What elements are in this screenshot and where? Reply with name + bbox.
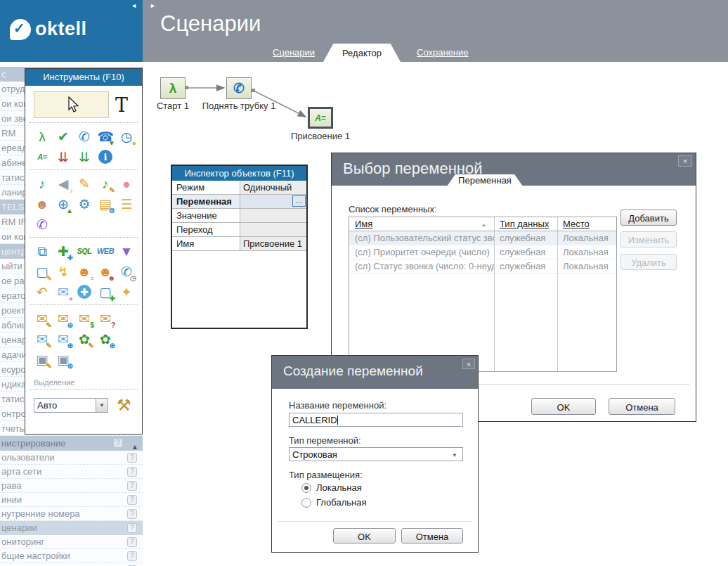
column-header-place[interactable]: Место (557, 217, 616, 231)
tab-scenarios[interactable]: Сценарии (273, 47, 315, 58)
copy-tool-icon[interactable]: ⧉ (34, 243, 51, 259)
ok-button[interactable]: OK (531, 398, 596, 415)
help-icon[interactable]: ? (127, 537, 137, 547)
tab-save[interactable]: Сохранение (417, 47, 469, 58)
node-start[interactable]: λ (160, 77, 186, 99)
globe-upload-tool-icon[interactable]: ⊕▲ (55, 195, 72, 212)
transfer-out-tool-icon[interactable]: ⇊ (76, 148, 93, 165)
undo-tool-icon[interactable]: ↶ (34, 283, 51, 300)
help-icon[interactable]: ? (127, 523, 137, 533)
tools-panel-title[interactable]: Инструменты (F10) (25, 69, 142, 86)
help-icon[interactable]: ? (127, 509, 137, 519)
selection-mode-dropdown[interactable]: Авто ▼ (34, 398, 108, 413)
sidebar-item[interactable]: инии? (0, 493, 143, 507)
help-icon[interactable]: ? (127, 467, 137, 477)
tab-editor[interactable]: Редактор (323, 44, 401, 62)
help-icon[interactable]: ? (127, 551, 137, 561)
alarm-clock-tool-icon[interactable]: ◷● (118, 128, 135, 145)
add-square-tool-icon[interactable]: ✚ (77, 285, 91, 299)
edit-button[interactable]: Изменить (620, 231, 677, 247)
radio-button-icon[interactable] (301, 483, 311, 493)
phone-timer-tool-icon[interactable]: ✆◷ (118, 263, 135, 280)
ellipsis-button[interactable]: … (292, 195, 306, 207)
sidebar-item[interactable]: ониторинг? (0, 535, 143, 549)
radio-global[interactable]: Глобальная (301, 497, 366, 508)
sidebar-item[interactable]: ценарии? (0, 521, 143, 535)
inspector-title[interactable]: Инспектор объектов (F11) (172, 166, 306, 181)
mail-dollar-tool-icon[interactable]: ✉$ (76, 310, 93, 327)
column-header-type[interactable]: Тип данных (494, 217, 557, 231)
close-icon[interactable]: × (462, 359, 475, 369)
radio-local[interactable]: Локальная (301, 482, 362, 493)
start-tool-icon[interactable]: λ (34, 128, 51, 145)
variable-type-select[interactable]: Строковая ▼ (289, 447, 463, 461)
pencil-tool-icon[interactable]: ✎ (76, 175, 93, 192)
sidebar-item[interactable]: рава? (0, 479, 143, 493)
node-assignment[interactable]: A= (308, 107, 333, 129)
cancel-button[interactable]: Отмена (401, 528, 463, 544)
mail-question-tool-icon[interactable]: ✉? (97, 310, 114, 327)
inspector-row[interactable]: ИмяПрисвоение 1 (172, 237, 306, 251)
sidebar-item[interactable]: араметры аппаратуры? (0, 563, 143, 566)
record-tool-icon[interactable]: ● (118, 175, 135, 192)
inspector-row[interactable]: Переход (172, 223, 306, 237)
table-row[interactable]: (сл) Пользовательский статус звонк...слу… (349, 231, 616, 245)
folder-gear-tool-icon[interactable]: ▤⚙ (97, 195, 114, 212)
inspector-row[interactable]: Переменная… (172, 195, 306, 209)
announce-tool-icon[interactable]: ◀♪ (55, 175, 72, 192)
ivr-phone-tool-icon[interactable]: ✆ (34, 216, 51, 233)
window-add-tool-icon[interactable]: ▢✚ (97, 283, 114, 300)
form-edit-tool-icon[interactable]: ▢✎ (34, 263, 51, 280)
tab-variable[interactable]: Переменная (447, 174, 523, 186)
mail-web-tool-icon[interactable]: ✉⊕ (55, 310, 72, 327)
help-icon[interactable]: ? (113, 438, 123, 448)
collapse-left-icon[interactable]: ◄ (131, 2, 137, 9)
assignment-tool-icon[interactable]: A= (34, 148, 51, 165)
fax-web-tool-icon[interactable]: ▣⊕ (55, 351, 72, 368)
sidebar-item[interactable]: арта сети? (0, 465, 143, 479)
cancel-button[interactable]: Отмена (609, 398, 675, 415)
column-header-name[interactable]: Имя (349, 217, 494, 231)
delete-button[interactable]: Удалить (620, 254, 677, 270)
help-icon[interactable]: ? (127, 495, 137, 505)
sms-edit-tool-icon[interactable]: ✉✎ (34, 330, 51, 347)
radio-button-icon[interactable] (301, 498, 311, 508)
music-note-tool-icon[interactable]: ♪ (34, 175, 51, 192)
key-tool-icon[interactable]: ✦ (118, 283, 135, 300)
sidebar-item[interactable]: ользователи? (0, 451, 143, 465)
text-tool-icon[interactable]: T (115, 96, 128, 115)
add-button[interactable]: Добавить (620, 210, 677, 226)
add-multi-tool-icon[interactable]: ✚✚ (55, 243, 72, 259)
inspector-row[interactable]: РежимОдиночный (172, 181, 306, 195)
info-tool-icon[interactable]: i (98, 150, 112, 164)
variable-name-input[interactable]: CALLERID (289, 413, 463, 427)
script-tool-icon[interactable]: ☰ (118, 195, 135, 212)
close-icon[interactable]: × (678, 155, 692, 167)
sidebar-item[interactable]: бщие настройки? (0, 549, 143, 563)
dropdown-arrow-icon[interactable]: ▼ (96, 399, 108, 412)
mail-alert-tool-icon[interactable]: ✉● (55, 283, 72, 300)
lightning-tool-icon[interactable]: ↯ (55, 263, 72, 280)
user-search-tool-icon[interactable]: ☻○ (76, 263, 93, 280)
sidebar-item[interactable]: нутренние номера? (0, 507, 143, 521)
settings-tools-icon[interactable]: ⚒ (117, 396, 131, 415)
expand-right-icon[interactable]: ► (150, 2, 156, 9)
sidebar-section-administration[interactable]: нистрирование ? ▲ (0, 436, 143, 451)
ok-button[interactable]: OK (333, 528, 396, 544)
sms-web-tool-icon[interactable]: ✉⊕ (55, 330, 72, 347)
filter-tool-icon[interactable]: ▼ (118, 243, 135, 259)
note-edit-tool-icon[interactable]: ♪✎ (97, 175, 114, 192)
web-tool-icon[interactable]: WEB (97, 243, 114, 259)
answer-call-tool-icon[interactable]: ☎▼ (97, 128, 114, 145)
sql-tool-icon[interactable]: SQL (76, 243, 93, 259)
dialog-title-bar[interactable]: Создание переменной × (272, 356, 478, 389)
inspector-row[interactable]: Значение (172, 209, 306, 223)
help-icon[interactable]: ? (127, 453, 137, 463)
icq-edit-tool-icon[interactable]: ✿✎ (76, 330, 93, 347)
mail-edit-tool-icon[interactable]: ✉✎ (34, 310, 51, 327)
cursor-tool-preview[interactable] (34, 91, 109, 118)
phone-tool-icon[interactable]: ✆ (76, 128, 93, 145)
fax-edit-tool-icon[interactable]: ▣✎ (34, 351, 51, 368)
node-answer-call[interactable]: ✆ (226, 77, 252, 99)
transfer-in-tool-icon[interactable]: ⇊ (55, 148, 72, 165)
